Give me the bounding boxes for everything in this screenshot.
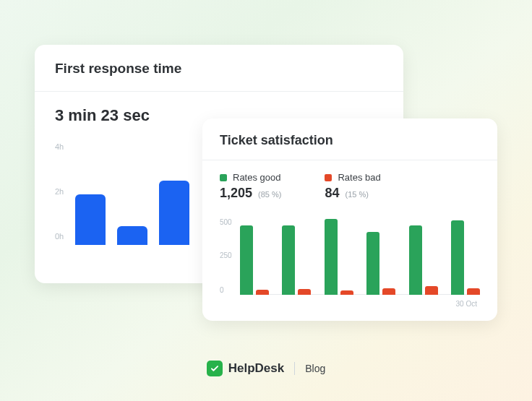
chart-bar-good bbox=[451, 220, 464, 295]
helpdesk-logo-icon bbox=[207, 361, 223, 376]
chart-bar-bad bbox=[425, 286, 438, 295]
chart-bar-good bbox=[240, 225, 253, 295]
first-response-time-chart: 4h 2h 0h bbox=[55, 138, 221, 254]
legend-swatch-good bbox=[220, 174, 227, 181]
chart-bar-good bbox=[325, 219, 338, 295]
chart-bar-bad bbox=[340, 290, 353, 295]
brand-name: HelpDesk bbox=[228, 361, 284, 376]
brand: HelpDesk bbox=[207, 361, 284, 376]
ticket-satisfaction-card: Ticket satisfaction Rates good 1,205 (85… bbox=[202, 118, 497, 321]
chart-legend: Rates good 1,205 (85 %) Rates bad 84 (15… bbox=[220, 172, 480, 201]
card-body: Rates good 1,205 (85 %) Rates bad 84 (15… bbox=[202, 160, 497, 318]
legend-bad-value: 84 bbox=[325, 186, 339, 201]
chart-bar-group bbox=[451, 220, 480, 295]
chart-bar-group bbox=[282, 225, 311, 295]
card-title: First response time bbox=[55, 61, 383, 77]
chart-bar-bad bbox=[298, 289, 311, 295]
y-axis-label: 4h bbox=[55, 142, 64, 151]
legend-bad-pct: (15 %) bbox=[345, 190, 368, 199]
y-axis-label: 2h bbox=[55, 187, 64, 196]
card-title: Ticket satisfaction bbox=[220, 133, 480, 148]
chart-plot-area bbox=[75, 138, 221, 245]
y-axis-label: 500 bbox=[220, 218, 232, 226]
legend-rates-good: Rates good 1,205 (85 %) bbox=[220, 172, 281, 201]
legend-good-value: 1,205 bbox=[220, 186, 252, 201]
chart-bar-bad bbox=[256, 290, 269, 295]
chart-bar-good bbox=[409, 225, 422, 295]
chart-bar-good bbox=[366, 232, 379, 295]
legend-label: Rates good bbox=[233, 172, 281, 183]
chart-bar-group bbox=[325, 219, 353, 295]
y-axis-label: 0h bbox=[55, 232, 64, 241]
card-header: Ticket satisfaction bbox=[202, 118, 497, 160]
chart-bar-bad bbox=[382, 288, 395, 295]
footer-separator bbox=[294, 362, 295, 375]
ticket-satisfaction-chart: 500 250 0 30 Oct bbox=[220, 214, 480, 308]
y-axis-label: 0 bbox=[220, 286, 224, 294]
chart-bar bbox=[117, 226, 147, 245]
chart-plot-area bbox=[240, 214, 480, 295]
chart-bar bbox=[75, 194, 106, 245]
chart-bar-bad bbox=[467, 288, 480, 295]
chart-bar bbox=[159, 181, 189, 245]
legend-swatch-bad bbox=[325, 174, 332, 181]
card-header: First response time bbox=[35, 45, 403, 92]
chart-bar-group bbox=[240, 225, 269, 295]
chart-bar-group bbox=[366, 232, 395, 295]
footer-blog-label: Blog bbox=[305, 363, 325, 374]
legend-good-pct: (85 %) bbox=[258, 190, 281, 199]
legend-rates-bad: Rates bad 84 (15 %) bbox=[325, 172, 380, 201]
legend-label: Rates bad bbox=[338, 172, 380, 183]
chart-bar-good bbox=[282, 225, 295, 295]
y-axis-label: 250 bbox=[220, 251, 232, 259]
chart-bar-group bbox=[409, 225, 438, 295]
footer: HelpDesk Blog bbox=[0, 361, 532, 376]
x-axis-label: 30 Oct bbox=[456, 300, 477, 308]
